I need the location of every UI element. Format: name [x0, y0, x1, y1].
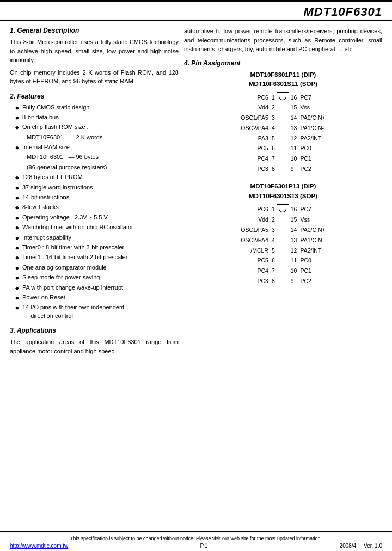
list-item: ◆Timer0 : 8-bit timer with 3-bit prescal…	[15, 243, 179, 252]
bullet-icon: ◆	[15, 194, 19, 201]
pin-name-left: PC5	[239, 255, 270, 266]
chip-body	[277, 246, 289, 256]
section3-title: 3. Applications	[10, 327, 179, 334]
pin-name-left: /MCLR	[239, 246, 270, 256]
feature-text: 14-bit instructions	[22, 193, 69, 201]
pin-num-left: 6	[270, 143, 277, 154]
footer-link[interactable]: http://www.mdtic.com.tw	[10, 543, 68, 549]
pin-num-right: 9	[289, 164, 298, 174]
pin-num-right: 16	[289, 204, 298, 215]
applications-continued: automotive to low power remote transmitt…	[184, 27, 382, 54]
bullet-icon: ◆	[15, 295, 19, 302]
pin-row: PC6 1 16 PC7	[239, 204, 327, 215]
bullet-icon: ◆	[15, 124, 19, 131]
pin-name-right: PC7	[298, 93, 327, 103]
section1-para2: On chip memory includes 2 K words of Fla…	[10, 68, 179, 86]
pin-num-left: 2	[270, 102, 277, 113]
pin-num-right: 12	[289, 246, 298, 256]
pin-num-left: 2	[270, 215, 277, 225]
page-title: MDT10F6301	[303, 5, 382, 19]
feature-text: PA with port change wake-up interrupt	[22, 284, 123, 292]
list-item: ◆14 I/O pins with their own independent …	[15, 303, 179, 320]
section3-para: The application areas of this MDT10F6301…	[10, 338, 179, 356]
section-pin-assignment: 4. Pin Assignment MDT10F6301P11 (DIP) MD…	[184, 59, 382, 287]
footer-note: This specification is subject to be chan…	[10, 536, 382, 541]
list-item: ◆One analog comparator module	[15, 264, 179, 272]
list-item: ◆128 bytes of EEPROM	[15, 173, 179, 181]
pin-name-left: OSC1/PA5	[239, 225, 270, 235]
list-item: ◆37 single word instructions	[15, 183, 179, 192]
chip-body	[277, 123, 289, 133]
list-item: ◆Fully CMOS static design	[15, 103, 179, 112]
pin-num-right: 11	[289, 255, 298, 266]
footer-date: 2008/4	[340, 543, 357, 549]
pin-row: PC4 7 10 PC1	[239, 266, 327, 276]
pin-name-right: PC1	[298, 154, 327, 164]
bullet-icon: ◆	[15, 224, 19, 231]
section4-title: 4. Pin Assignment	[184, 59, 382, 67]
list-item: ◆(96 general purpose registers)	[15, 163, 179, 172]
section-general-description: 1. General Description This 8-bit Micro-…	[10, 27, 179, 86]
list-item: ◆Internal RAM size :	[15, 143, 179, 151]
footer: This specification is subject to be chan…	[0, 531, 392, 551]
feature-text: (96 general purpose registers)	[22, 163, 107, 172]
feature-text: 8-level stacks	[22, 203, 59, 211]
section3-right-para: automotive to low power remote transmitt…	[184, 27, 382, 54]
pin-num-right: 13	[289, 123, 298, 133]
features-list: ◆Fully CMOS static design ◆8-bit data bu…	[10, 103, 179, 321]
pin-name-right: PC2	[298, 276, 327, 286]
pin-row: OSC1/PA5 3 14 PA0/CIN+	[239, 225, 327, 235]
dip11-title2: MDT10F6301S11 (SOP)	[184, 79, 382, 89]
chip-body	[277, 113, 289, 123]
feature-text: Sleep mode for power saving	[22, 273, 100, 281]
bullet-icon: ◆	[15, 235, 19, 242]
footer-date-version: 2008/4 Ver. 1.0	[340, 543, 382, 549]
chip-body	[277, 143, 289, 154]
pin-row: PC5 6 11 PC0	[239, 143, 327, 154]
pin-num-right: 10	[289, 266, 298, 276]
pin-num-right: 12	[289, 133, 298, 144]
pin-row: OSC2/PA4 4 13 PA1/CIN-	[239, 235, 327, 246]
feature-text: 14 I/O pins with their own independent d…	[22, 303, 124, 320]
pin-name-right: PA1/CIN-	[298, 123, 327, 133]
footer-page: P.1	[200, 543, 208, 549]
footer-bottom: http://www.mdtic.com.tw P.1 2008/4 Ver. …	[10, 543, 382, 549]
pin-name-right: PC2	[298, 164, 327, 174]
pin-row: OSC2/PA4 4 13 PA1/CIN-	[239, 123, 327, 133]
pin-name-left: Vdd	[239, 102, 270, 113]
pin-num-left: 8	[270, 164, 277, 174]
pin-num-left: 6	[270, 255, 277, 266]
pin-num-left: 1	[270, 204, 277, 215]
list-item: ◆8-level stacks	[15, 203, 179, 211]
pin-row: PC4 7 10 PC1	[239, 154, 327, 164]
bullet-icon: ◆	[15, 105, 19, 112]
feature-text: Power-on Reset	[22, 293, 65, 302]
chip-body	[277, 255, 289, 266]
main-content: 1. General Description This 8-bit Micro-…	[0, 21, 392, 531]
bullet-icon: ◆	[15, 244, 19, 252]
chip-body	[277, 276, 289, 286]
feature-text: On chip flash ROM size :	[22, 123, 89, 131]
pin-num-left: 5	[270, 246, 277, 256]
bullet-icon: ◆	[15, 114, 19, 121]
pin-name-left: PC3	[239, 164, 270, 174]
pin-name-left: OSC1/PA5	[239, 113, 270, 123]
bullet-icon: ◆	[15, 204, 19, 211]
feature-text: Internal RAM size :	[22, 143, 73, 151]
pin-num-left: 4	[270, 123, 277, 133]
list-item: ◆On chip flash ROM size :	[15, 123, 179, 131]
chip-body	[277, 235, 289, 246]
pin-num-right: 15	[289, 102, 298, 113]
pin-name-right: PC1	[298, 266, 327, 276]
dip11-title: MDT10F6301P11 (DIP) MDT10F6301S11 (SOP)	[184, 70, 382, 89]
page: MDT10F6301 1. General Description This 8…	[0, 0, 392, 551]
bullet-icon: ◆	[15, 265, 19, 272]
list-item: ◆MDT10F6301 — 96 bytes	[15, 153, 179, 161]
list-item: ◆MDT10F6301 — 2 K words	[15, 133, 179, 142]
dip13-table: PC6 1 16 PC7 Vdd 2 15	[239, 204, 327, 286]
pin-num-right: 16	[289, 93, 298, 103]
pin-name-right: Vss	[298, 215, 327, 225]
feature-text: One analog comparator module	[22, 264, 107, 272]
list-item: ◆8-bit data bus	[15, 113, 179, 121]
dip11-title1: MDT10F6301P11 (DIP)	[184, 70, 382, 79]
